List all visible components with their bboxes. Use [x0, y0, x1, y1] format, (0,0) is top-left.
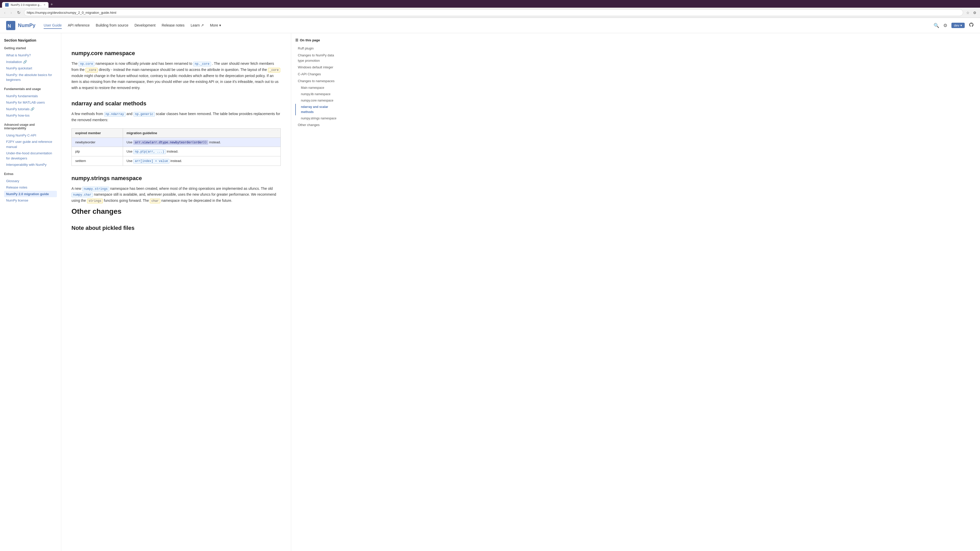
section-title-numpy-core: numpy.core namespace — [72, 50, 281, 57]
sidebar-link-installation[interactable]: Installation 🔗 — [4, 59, 57, 65]
section2-paragraph: A few methods from np.ndarray and np.gen… — [72, 111, 281, 123]
sidebar-link-tutorials[interactable]: NumPy tutorials 🔗 — [4, 106, 57, 113]
back-button[interactable]: ‹ — [3, 10, 7, 16]
right-sidebar-title: ☰ On this page — [295, 38, 343, 42]
code-strings-ref: strings — [87, 199, 103, 203]
code-np-core: np.core — [79, 62, 94, 66]
nav-building-from-source[interactable]: Building from source — [96, 22, 128, 29]
browser-chrome: NumPy 2.0 migration g... × + — [0, 0, 980, 8]
extensions-button[interactable]: ⚙ — [972, 10, 977, 15]
settings-button[interactable]: ⚙ — [943, 23, 947, 28]
code-core-underscored: _core — [86, 68, 98, 73]
right-sidebar: ☰ On this page Ruff plugin Changes to Nu… — [291, 33, 347, 551]
sidebar-link-under-hood[interactable]: Under-the-hood documentation for develop… — [4, 150, 57, 162]
tab-close-button[interactable]: × — [44, 3, 45, 6]
logo-text: NumPy — [18, 22, 35, 28]
nav-release-notes[interactable]: Release notes — [162, 22, 185, 29]
table-row: ptp Use np.ptp(arr, ...) instead. — [72, 147, 281, 156]
table-header-guideline: migration guideline — [123, 128, 280, 138]
tab-favicon — [5, 3, 9, 6]
sidebar-link-numpy-fundamentals[interactable]: NumPy fundamentals — [4, 93, 57, 100]
table-cell-member: newbyteorder — [72, 138, 123, 147]
sidebar-link-matlab-users[interactable]: NumPy for MATLAB users — [4, 99, 57, 106]
right-sidebar-numpy-lib[interactable]: numpy.lib namespace — [295, 91, 343, 97]
code-np-generic: np.generic — [134, 112, 155, 117]
nav-api-reference[interactable]: API reference — [68, 22, 90, 29]
sidebar-link-quickstart[interactable]: NumPy quickstart — [4, 65, 57, 72]
code-setitem-guideline: arr[index] = value — [133, 159, 169, 164]
code-core-underscored2: _core — [268, 68, 280, 73]
code-np-core-private: np._core — [193, 62, 211, 66]
sidebar-link-what-is-numpy[interactable]: What is NumPy? — [4, 52, 57, 59]
github-button[interactable] — [969, 22, 974, 29]
sidebar-link-interoperability[interactable]: Interoperability with NumPy — [4, 162, 57, 168]
sidebar-title: Section Navigation — [4, 38, 57, 42]
right-sidebar-dtype-promotion[interactable]: Changes to NumPy data type promotion — [295, 52, 343, 64]
sidebar-section-advanced: Advanced usage and interoperability — [4, 123, 57, 130]
table-header-expired: expired member — [72, 128, 123, 138]
right-sidebar-other-changes[interactable]: Other changes — [295, 122, 343, 129]
nav-development[interactable]: Development — [135, 22, 156, 29]
sidebar-link-release-notes[interactable]: Release notes — [4, 184, 57, 191]
table-cell-guideline: Use np.ptp(arr, ...) instead. — [123, 147, 280, 156]
code-numpy-strings: numpy.strings — [82, 187, 109, 191]
tab-bar: NumPy 2.0 migration g... × + — [2, 1, 978, 8]
browser-action-buttons: ☆ ⚙ — [965, 10, 977, 15]
sidebar-link-how-tos[interactable]: NumPy how-tos — [4, 112, 57, 119]
section-title-other-changes: Other changes — [72, 207, 281, 216]
right-sidebar-main-namespace[interactable]: Main namespace — [295, 85, 343, 91]
right-sidebar-c-api-changes[interactable]: C-API Changes — [295, 71, 343, 78]
page-wrapper: N NumPy User Guide API reference Buildin… — [0, 18, 980, 551]
sidebar-link-migration-guide[interactable]: NumPy 2.0 migration guide — [4, 191, 57, 197]
section3-paragraph: A new numpy.strings namespace has been c… — [72, 186, 281, 204]
sidebar-link-glossary[interactable]: Glossary — [4, 178, 57, 184]
bookmark-button[interactable]: ☆ — [965, 10, 970, 15]
nav-right: 🔍 ⚙ dev ▾ — [934, 22, 974, 29]
right-sidebar-windows-integer[interactable]: Windows default integer — [295, 64, 343, 71]
search-button[interactable]: 🔍 — [934, 23, 939, 28]
code-numpy-char: numpy.char — [72, 192, 93, 197]
right-sidebar-numpy-core[interactable]: numpy.core namespace — [295, 97, 343, 104]
browser-toolbar: ‹ › ↻ ☆ ⚙ — [0, 8, 980, 18]
section-title-pickled-files: Note about pickled files — [72, 225, 281, 231]
content-area: Section Navigation Getting started What … — [0, 33, 980, 551]
section-title-ndarray-scalar: ndarray and scalar methods — [72, 100, 281, 107]
sidebar-link-absolute-basics[interactable]: NumPy: the absolute basics for beginners — [4, 72, 57, 83]
code-newbyteorder-guideline: arr.view(arr.dtype.newbyteorder(order)) — [133, 140, 208, 144]
sidebar-link-numpy-license[interactable]: NumPy license — [4, 197, 57, 204]
nav-learn[interactable]: Learn ↗ — [191, 22, 204, 29]
nav-more[interactable]: More ▾ — [210, 22, 221, 29]
code-char-ref: char — [150, 199, 160, 203]
code-np-ndarray: np.ndarray — [104, 112, 126, 117]
nav-user-guide[interactable]: User Guide — [44, 22, 62, 29]
list-icon: ☰ — [295, 38, 298, 42]
logo[interactable]: N NumPy — [6, 21, 35, 30]
table-row: setitem Use arr[index] = value instead. — [72, 156, 281, 165]
reload-button[interactable]: ↻ — [16, 10, 22, 16]
right-sidebar-ndarray-scalar[interactable]: ndarray and scalar methods — [295, 104, 343, 115]
new-tab-button[interactable]: + — [48, 1, 55, 8]
table-cell-guideline: Use arr[index] = value instead. — [123, 156, 280, 165]
dev-badge[interactable]: dev ▾ — [951, 23, 965, 28]
table-cell-guideline: Use arr.view(arr.dtype.newbyteorder(orde… — [123, 138, 280, 147]
svg-text:N: N — [8, 24, 11, 29]
url-bar[interactable] — [24, 9, 963, 16]
section1-paragraph: The np.core namespace is now officially … — [72, 61, 281, 91]
right-sidebar-numpy-strings[interactable]: numpy.strings namespace — [295, 115, 343, 122]
dropdown-chevron-icon: ▾ — [219, 23, 221, 27]
right-sidebar-changes-namespaces[interactable]: Changes to namespaces — [295, 78, 343, 85]
sidebar-section-extras: Extras — [4, 172, 57, 176]
nav-links: User Guide API reference Building from s… — [44, 22, 925, 29]
section-title-numpy-strings: numpy.strings namespace — [72, 175, 281, 182]
sidebar-link-f2py[interactable]: F2PY user guide and reference manual — [4, 138, 57, 150]
sidebar-section-getting-started: Getting started — [4, 46, 57, 50]
sidebar-link-c-api[interactable]: Using NumPy C-API — [4, 132, 57, 139]
top-nav: N NumPy User Guide API reference Buildin… — [0, 18, 980, 33]
right-sidebar-ruff-plugin[interactable]: Ruff plugin — [295, 45, 343, 52]
table-row: newbyteorder Use arr.view(arr.dtype.newb… — [72, 138, 281, 147]
tab-title: NumPy 2.0 migration g... — [11, 3, 41, 6]
sidebar-section-fundamentals: Fundamentals and usage — [4, 87, 57, 91]
active-tab[interactable]: NumPy 2.0 migration g... × — [2, 2, 48, 8]
forward-button[interactable]: › — [9, 10, 13, 16]
left-sidebar: Section Navigation Getting started What … — [0, 33, 61, 551]
